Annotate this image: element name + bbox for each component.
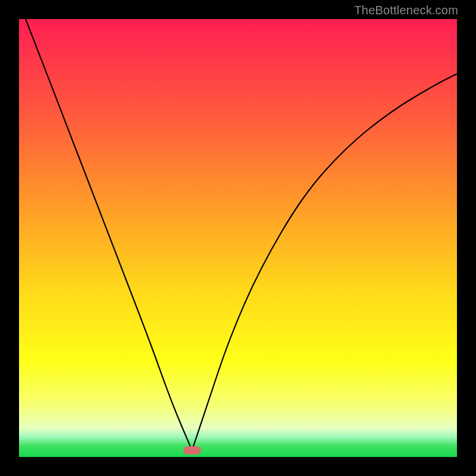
curve-left: [26, 19, 192, 450]
watermark-text: TheBottleneck.com: [354, 4, 458, 17]
curve-right: [192, 74, 457, 450]
chart-frame: TheBottleneck.com: [0, 0, 476, 476]
bottleneck-curve: [19, 19, 457, 457]
optimum-marker: [183, 446, 201, 455]
plot-area: [19, 19, 457, 457]
